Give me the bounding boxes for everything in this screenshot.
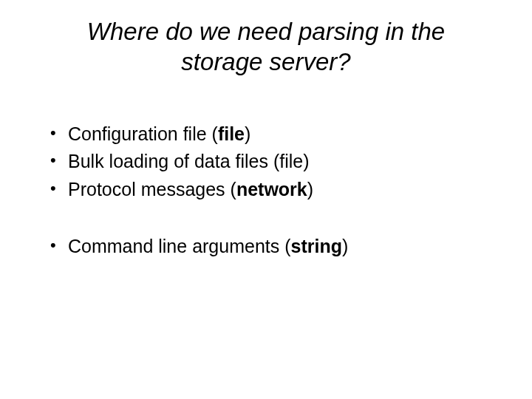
bullet-item: Protocol messages (network) bbox=[50, 176, 495, 204]
bullet-text-pre: Command line arguments ( bbox=[68, 236, 291, 256]
bullet-text-post: ) bbox=[245, 123, 250, 144]
slide: Where do we need parsing in the storage … bbox=[0, 0, 532, 399]
bullet-text-bold: file bbox=[218, 123, 245, 144]
bullet-text-bold: network bbox=[236, 179, 307, 200]
bullet-item: Bulk loading of data files (file) bbox=[50, 148, 495, 176]
bullet-group-1: Configuration file (file) Bulk loading o… bbox=[50, 120, 495, 204]
bullet-item: Configuration file (file) bbox=[50, 120, 495, 149]
bullet-text-pre: Configuration file ( bbox=[68, 123, 218, 144]
bullet-text-post: ) bbox=[307, 179, 313, 200]
bullet-text-bold: string bbox=[291, 236, 342, 256]
bullet-group-2: Command line arguments (string) bbox=[50, 233, 495, 261]
bullet-item: Command line arguments (string) bbox=[50, 233, 495, 261]
bullet-text-pre: Protocol messages ( bbox=[68, 179, 236, 200]
slide-title: Where do we need parsing in the storage … bbox=[37, 16, 495, 78]
bullet-text-post: ) bbox=[342, 236, 348, 256]
bullet-text: Bulk loading of data files (file) bbox=[68, 151, 310, 171]
